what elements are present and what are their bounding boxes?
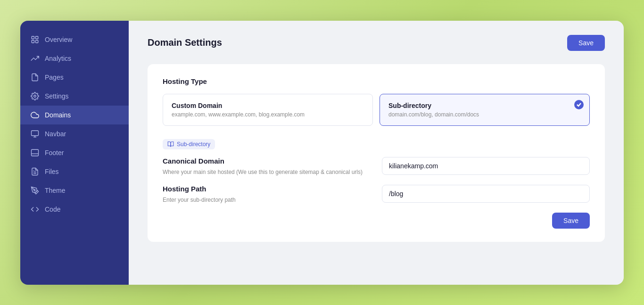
hosting-path-input-wrap (382, 185, 590, 203)
svg-rect-8 (32, 149, 39, 156)
sidebar-item-overview[interactable]: Overview (20, 30, 129, 49)
file-icon (31, 73, 39, 82)
trending-up-icon (31, 54, 39, 63)
svg-rect-1 (36, 36, 38, 39)
page-title: Domain Settings (148, 37, 222, 48)
sidebar-label-files: Files (45, 168, 59, 175)
pen-tool-icon (31, 186, 39, 195)
hosting-path-row: Hosting Path Enter your sub-directory pa… (163, 185, 590, 203)
canonical-domain-input-wrap (382, 157, 590, 175)
canonical-domain-left: Canonical Domain Where your main site ho… (163, 157, 371, 175)
sidebar-item-footer[interactable]: Footer (20, 143, 129, 162)
hosting-option-sub-directory[interactable]: Sub-directory domain.com/blog, domain.co… (380, 94, 590, 126)
subdirectory-badge: Sub-directory (163, 139, 215, 149)
custom-domain-desc: example.com, www.example.com, blog.examp… (172, 111, 364, 118)
canonical-domain-row: Canonical Domain Where your main site ho… (163, 157, 590, 175)
svg-rect-0 (32, 36, 34, 39)
file-text-icon (31, 167, 39, 176)
sidebar-label-footer: Footer (45, 149, 64, 157)
sidebar-label-settings: Settings (45, 92, 69, 100)
cloud-icon (31, 111, 39, 119)
save-button-bottom[interactable]: Save (552, 213, 590, 229)
hosting-path-desc: Enter your sub-directory path (163, 197, 371, 203)
hosting-option-custom-domain[interactable]: Custom Domain example.com, www.example.c… (163, 94, 373, 126)
sidebar-item-theme[interactable]: Theme (20, 181, 129, 200)
hosting-type-grid: Custom Domain example.com, www.example.c… (163, 94, 590, 126)
sidebar-label-navbar: Navbar (45, 130, 66, 138)
canonical-domain-input[interactable] (382, 157, 590, 175)
card-footer: Save (163, 213, 590, 229)
selected-check-icon (574, 100, 584, 109)
hosting-path-label: Hosting Path (163, 185, 371, 193)
app-container: Overview Analytics Pages Settings Domain (20, 21, 624, 285)
svg-point-12 (34, 189, 35, 190)
svg-rect-2 (32, 40, 34, 42)
page-header: Domain Settings Save (148, 35, 605, 51)
sidebar-item-analytics[interactable]: Analytics (20, 49, 129, 68)
custom-domain-title: Custom Domain (172, 102, 364, 109)
sidebar-label-domains: Domains (45, 111, 71, 119)
book-open-icon (167, 141, 174, 148)
monitor-icon (31, 130, 39, 138)
sidebar-label-theme: Theme (45, 187, 66, 194)
sidebar: Overview Analytics Pages Settings Domain (20, 21, 129, 285)
sidebar-label-code: Code (45, 206, 60, 213)
sidebar-item-navbar[interactable]: Navbar (20, 124, 129, 143)
settings-icon (31, 92, 39, 100)
layout-icon (31, 148, 39, 157)
sidebar-label-overview: Overview (45, 36, 72, 43)
sidebar-item-settings[interactable]: Settings (20, 87, 129, 106)
canonical-domain-desc: Where your main site hosted (We use this… (163, 169, 371, 175)
sidebar-item-pages[interactable]: Pages (20, 68, 129, 87)
sidebar-label-analytics: Analytics (45, 55, 71, 62)
subdirectory-badge-label: Sub-directory (177, 141, 210, 148)
canonical-domain-label: Canonical Domain (163, 157, 371, 165)
hosting-type-label: Hosting Type (163, 77, 590, 85)
main-content: Domain Settings Save Hosting Type Custom… (129, 21, 624, 285)
sub-directory-desc: domain.com/blog, domain.com/docs (388, 111, 581, 118)
sidebar-item-domains[interactable]: Domains (20, 106, 129, 124)
svg-point-4 (34, 95, 36, 97)
domain-settings-card: Hosting Type Custom Domain example.com, … (148, 64, 605, 242)
svg-rect-3 (36, 40, 38, 42)
sidebar-item-code[interactable]: Code (20, 200, 129, 219)
hosting-path-input[interactable] (382, 185, 590, 203)
svg-rect-5 (32, 131, 39, 136)
sub-directory-title: Sub-directory (388, 102, 581, 109)
hosting-path-left: Hosting Path Enter your sub-directory pa… (163, 185, 371, 203)
save-button-top[interactable]: Save (567, 35, 605, 51)
code-icon (31, 205, 39, 214)
sidebar-item-files[interactable]: Files (20, 162, 129, 181)
sidebar-label-pages: Pages (45, 74, 64, 81)
grid-icon (31, 35, 39, 44)
